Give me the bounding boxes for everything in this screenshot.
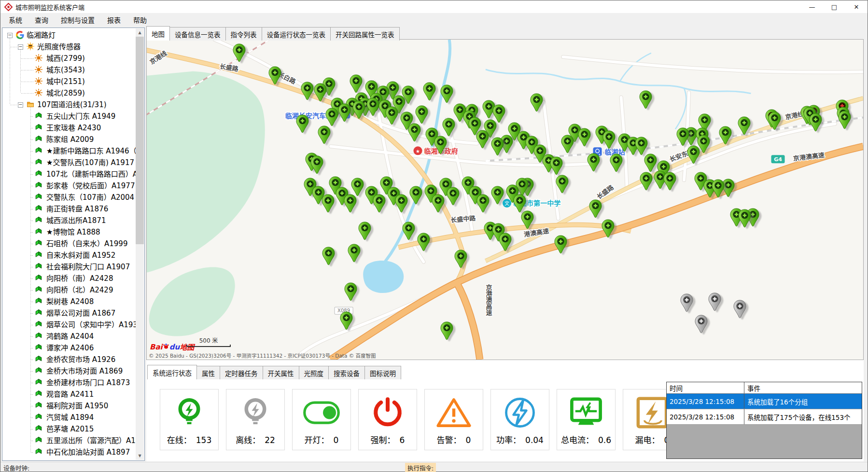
map-pin-green[interactable] bbox=[233, 43, 246, 62]
map-pin-green[interactable] bbox=[408, 123, 421, 142]
tree-device-item[interactable]: 汽贸城 A1894 bbox=[3, 412, 136, 423]
tree-device-item[interactable]: 金桥建材市场门口 A1873 bbox=[3, 377, 136, 389]
tab[interactable]: 开关回路属性一览表 bbox=[330, 27, 400, 41]
map-pin-green[interactable] bbox=[442, 118, 455, 137]
map-pin-green[interactable] bbox=[318, 125, 331, 144]
tree-device-item[interactable]: 金桥农贸市场 A1926 bbox=[3, 354, 136, 365]
tree-device-item[interactable]: 金桥大市场对面 A1869 bbox=[3, 365, 136, 377]
scroll-thumb[interactable] bbox=[136, 37, 144, 244]
map-pin-green[interactable] bbox=[366, 97, 379, 116]
map-pin-green[interactable] bbox=[402, 222, 415, 240]
map-pin-green[interactable] bbox=[440, 321, 453, 340]
map-pin-green[interactable] bbox=[268, 66, 281, 85]
map-pin-green[interactable] bbox=[476, 194, 490, 213]
tree-device-item[interactable]: ★博物馆 A1888 bbox=[3, 226, 136, 238]
map-pin-green[interactable] bbox=[434, 136, 447, 154]
expand-toggle[interactable]: − bbox=[18, 102, 23, 108]
menu-item[interactable]: 查询 bbox=[28, 13, 55, 27]
event-log[interactable]: 时间 事件 2025/3/28 12:15:08系统加载了16个分组2025/3… bbox=[666, 382, 862, 459]
map-pin-green[interactable] bbox=[417, 233, 430, 251]
tab[interactable]: 定时器任务 bbox=[220, 366, 263, 379]
map-pin-green[interactable] bbox=[610, 153, 623, 172]
map-pin-green[interactable] bbox=[602, 130, 616, 149]
map-pin-green[interactable] bbox=[491, 186, 504, 205]
map-view[interactable]: 长白路 长盛路 京港线 长安东路 京港线 长盛路 长盛中路 港澳高速 京港澳高速… bbox=[146, 39, 864, 360]
map-pin-green[interactable] bbox=[310, 155, 323, 174]
map-pin-green[interactable] bbox=[373, 194, 386, 213]
minimize-button[interactable]: — bbox=[801, 0, 823, 13]
tree-device-item[interactable]: 中石化加油站对面 A1897 bbox=[3, 446, 136, 458]
close-button[interactable]: ✕ bbox=[845, 0, 868, 13]
map-pin-green[interactable] bbox=[358, 222, 371, 240]
map-pin-green[interactable] bbox=[640, 172, 653, 191]
map-pin-green[interactable] bbox=[578, 128, 591, 147]
map-pin-green[interactable] bbox=[687, 145, 700, 164]
map-pin-green[interactable] bbox=[663, 172, 676, 191]
map-pin-green[interactable] bbox=[344, 194, 357, 213]
expand-toggle[interactable]: − bbox=[18, 44, 23, 50]
tree-device-item[interactable]: 烟草公司对面 A1867 bbox=[3, 307, 136, 319]
tree-device-item[interactable]: 谭家冲 A2406 bbox=[3, 342, 136, 354]
map-pin-green[interactable] bbox=[521, 210, 534, 229]
map-pin-green[interactable] bbox=[409, 186, 422, 205]
tree-device-item[interactable]: 南正街转盘 A1876 bbox=[3, 203, 136, 215]
map-pin-green[interactable] bbox=[768, 111, 781, 130]
map-pin-green[interactable] bbox=[561, 135, 574, 153]
tree-device-item[interactable]: 烟草公司（求知中学）A1933 bbox=[3, 319, 136, 331]
menu-item[interactable]: 控制与设置 bbox=[55, 13, 101, 27]
tree-device-item[interactable]: 社会福利院大门口 A1907 bbox=[3, 261, 136, 273]
map-pin-green[interactable] bbox=[550, 156, 563, 175]
map-pin-green[interactable] bbox=[301, 82, 314, 100]
map-pin-gray[interactable] bbox=[680, 293, 693, 312]
map-pin-green[interactable] bbox=[738, 209, 751, 228]
map-pin-green[interactable] bbox=[589, 199, 602, 218]
tree-device-item[interactable]: 城东(3543) bbox=[3, 64, 136, 76]
log-row[interactable]: 2025/3/28 12:15:08系统加载了175个设备，在线153个 bbox=[667, 409, 862, 425]
tree-device-item[interactable]: 107北（建新中路路口西）A2014 bbox=[3, 168, 136, 180]
map-pin-green[interactable] bbox=[838, 111, 851, 129]
map-pin-green[interactable] bbox=[712, 179, 725, 198]
tree-device-item[interactable]: 自来水斜对面 A1952 bbox=[3, 250, 136, 261]
map-pin-green[interactable] bbox=[325, 108, 338, 126]
map-pin-green[interactable] bbox=[338, 103, 351, 122]
map-pin-green[interactable] bbox=[296, 114, 309, 133]
map-pin-green[interactable] bbox=[344, 282, 357, 301]
map-pin-green[interactable] bbox=[322, 247, 335, 265]
device-tree[interactable]: −临湘路灯−光照度传感器城西(2799)城东(3543)城中(2151)城北(2… bbox=[3, 28, 136, 460]
tab[interactable]: 光照度 bbox=[299, 366, 329, 379]
tab[interactable]: 搜索设备 bbox=[328, 366, 365, 379]
menu-item[interactable]: 报表 bbox=[101, 13, 127, 27]
tree-device-item[interactable]: 王家珑巷 A2430 bbox=[3, 122, 136, 134]
expand-toggle[interactable]: − bbox=[7, 33, 13, 38]
tree-device-item[interactable]: 向阳桥（北）A2429 bbox=[3, 284, 136, 296]
tree-device-item[interactable]: 石咀桥（自来水）A1999 bbox=[3, 238, 136, 250]
map-pin-green[interactable] bbox=[554, 235, 567, 254]
map-pin-green[interactable] bbox=[348, 244, 361, 263]
map-pin-green[interactable] bbox=[476, 130, 489, 149]
tab[interactable]: 设备运行状态一览表 bbox=[262, 27, 331, 41]
map-pin-green[interactable] bbox=[395, 194, 408, 213]
scroll-down-button[interactable]: ▼ bbox=[136, 452, 144, 460]
tree-group-item[interactable]: −107国道沿线(31/31) bbox=[3, 99, 136, 111]
tree-device-item[interactable]: 梨树巷 A2408 bbox=[3, 296, 136, 307]
tree-device-item[interactable]: 城西(2799) bbox=[3, 53, 136, 64]
map-pin-green[interactable] bbox=[491, 137, 504, 156]
map-pin-green[interactable] bbox=[385, 106, 398, 125]
map-pin-green[interactable] bbox=[639, 90, 652, 109]
map-pin-green[interactable] bbox=[314, 83, 327, 102]
map-pin-gray[interactable] bbox=[708, 292, 721, 311]
tree-device-item[interactable]: ★建新中路路口东 A1946（辅道灯） bbox=[3, 145, 136, 157]
map-pin-green[interactable] bbox=[635, 137, 648, 155]
map-pin-green[interactable] bbox=[454, 250, 467, 268]
map-pin-green[interactable] bbox=[602, 219, 615, 238]
tab[interactable]: 设备信息一览表 bbox=[169, 27, 226, 41]
log-row[interactable]: 2025/3/28 12:15:08系统加载了16个分组 bbox=[667, 394, 862, 409]
map-pin-green[interactable] bbox=[499, 233, 512, 251]
tree-device-item[interactable]: 城西派出所A1871 bbox=[3, 215, 136, 226]
tree-group-item[interactable]: −临湘路灯 bbox=[3, 29, 136, 41]
tree-device-item[interactable]: 城中(2151) bbox=[3, 76, 136, 87]
tree-device-item[interactable]: 五尖山大门东 A1949 bbox=[3, 111, 136, 122]
tree-device-item[interactable]: 交警队东（107南）A2004 bbox=[3, 192, 136, 203]
map-pin-green[interactable] bbox=[340, 311, 353, 330]
tab[interactable]: 地图 bbox=[146, 26, 170, 41]
